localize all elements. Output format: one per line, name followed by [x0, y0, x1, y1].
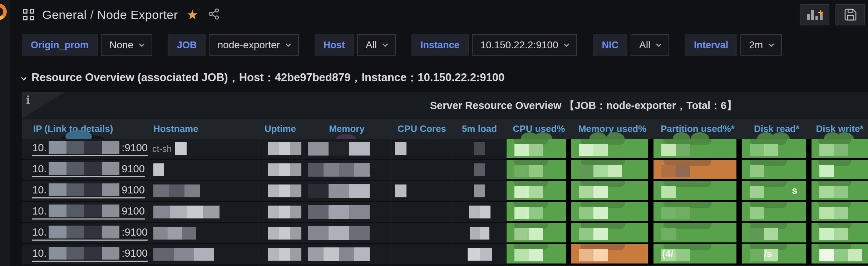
left-sidebar [0, 0, 10, 266]
breadcrumb-separator: / [90, 8, 93, 21]
filter-value-dropdown[interactable]: 10.150.22.2:9100 [472, 34, 577, 56]
cpu-cores-cell [391, 244, 452, 265]
filter-label[interactable]: Origin_prom [22, 34, 98, 56]
load-cell [452, 181, 507, 202]
partition-used-cell [654, 202, 742, 223]
uptime-cell [258, 244, 302, 265]
column-header-5m-load[interactable]: 5m load [452, 119, 507, 139]
uptime-cell [258, 181, 302, 202]
server-resource-overview-panel: i Server Resource Overview 【JOB：node-exp… [22, 92, 868, 266]
save-dashboard-button[interactable] [835, 4, 865, 25]
table-row: 10.9100s [22, 181, 868, 202]
column-header-cpu-cores[interactable]: CPU Cores [391, 119, 452, 139]
filter-value-dropdown[interactable]: 2m [740, 34, 782, 56]
filter-value-dropdown[interactable]: All [631, 34, 669, 56]
cpu-cores-cell [391, 202, 452, 223]
column-header-partition_used[interactable]: Partition used%* [654, 119, 742, 139]
hostname-cell [146, 223, 258, 244]
ip-cell: 10.9100 [22, 160, 146, 181]
filter-group-origin_prom: Origin_promNone [22, 34, 152, 56]
filter-value-dropdown[interactable]: All [357, 34, 396, 56]
column-header-disk_write[interactable]: Disk write* [812, 119, 868, 139]
table-body: 10.:9100ct-sh10.910010.9100s10.910010.:9… [22, 139, 868, 266]
column-header-disk_read[interactable]: Disk read* [742, 119, 812, 139]
chevron-down-icon [564, 41, 569, 47]
chevron-down-icon [769, 41, 774, 47]
table-row: 10.9100 [22, 160, 868, 181]
partition-used-cell [654, 223, 742, 244]
ip-detail-link[interactable]: 10.:9100 [32, 141, 148, 156]
column-header-memory_used[interactable]: Memory used% [571, 119, 654, 139]
filter-group-nic: NICAll [593, 34, 669, 56]
value-fragment: (4/ [662, 248, 674, 260]
uptime-cell [258, 160, 302, 181]
hostname-cell [146, 181, 258, 202]
row-section-title: Resource Overview (associated JOB)，Host：… [31, 70, 504, 85]
value-fragment: /s [764, 248, 772, 260]
uptime-cell [258, 139, 302, 160]
filter-group-job: JOBnode-exporter [168, 34, 299, 56]
filter-label[interactable]: Instance [411, 34, 469, 56]
breadcrumb-title[interactable]: Node Exporter [97, 8, 178, 22]
info-icon: i [26, 94, 30, 106]
filter-label[interactable]: Interval [685, 34, 737, 56]
disk-read-cell [742, 202, 812, 223]
memory-used-cell [571, 244, 654, 265]
column-header-ip-link-to-details-[interactable]: IP (Link to details) [22, 119, 146, 139]
disk-write-cell [812, 181, 868, 202]
hostname-cell [146, 160, 258, 181]
filter-group-host: HostAll [315, 34, 396, 56]
ip-cell: 10.9100 [22, 181, 146, 202]
ip-cell: 10.9100 [22, 202, 146, 223]
disk-write-cell [812, 202, 868, 223]
panel-title[interactable]: Server Resource Overview 【JOB：node-expor… [430, 92, 737, 119]
add-panel-button[interactable]: + [800, 4, 829, 25]
column-header-cpu_used[interactable]: CPU used% [507, 119, 571, 139]
dashboard-variables-bar: Origin_promNoneJOBnode-exporterHostAllIn… [22, 34, 782, 56]
save-icon [843, 8, 858, 22]
filter-value-dropdown[interactable]: node-exporter [209, 34, 299, 56]
disk-read-cell [742, 139, 812, 160]
uptime-cell [258, 223, 302, 244]
ip-detail-link[interactable]: 10.9100 [32, 205, 145, 220]
column-header-hostname[interactable]: Hostname [146, 119, 258, 139]
memory-used-cell [571, 223, 654, 244]
uptime-cell [258, 202, 302, 223]
table-row: 10.:9100 [22, 223, 868, 244]
ip-detail-link[interactable]: 10.9100 [32, 162, 145, 177]
load-cell [452, 202, 507, 223]
filter-label[interactable]: Host [315, 34, 354, 56]
column-header-memory[interactable]: Memory [302, 119, 391, 139]
filter-label[interactable]: NIC [593, 34, 627, 56]
cpu-used-cell [507, 181, 571, 202]
disk-write-cell [812, 139, 868, 160]
breadcrumb-section[interactable]: General [42, 8, 87, 22]
table-row: 10.:9100(4//s [22, 244, 868, 265]
memory-cell [302, 244, 391, 265]
hostname-cell [146, 244, 258, 265]
share-icon[interactable] [208, 8, 220, 21]
apps-grid-icon[interactable] [23, 9, 34, 20]
cpu-cores-cell [391, 223, 452, 244]
favorite-star-icon[interactable]: ★ [187, 7, 198, 23]
hostname-cell: ct-sh [146, 139, 258, 160]
cpu-used-cell [507, 244, 571, 265]
cpu-used-cell [507, 223, 571, 244]
memory-cell [302, 181, 391, 202]
ip-detail-link[interactable]: 10.:9100 [32, 226, 148, 241]
top-navigation: General / Node Exporter ★ + [10, 0, 868, 29]
disk-write-cell [812, 223, 868, 244]
table-row: 10.:9100ct-sh [22, 139, 868, 160]
disk-write-cell [812, 244, 868, 265]
chevron-down-icon [286, 41, 291, 47]
filter-value-dropdown[interactable]: None [101, 34, 152, 56]
ip-detail-link[interactable]: 10.9100 [32, 183, 145, 198]
table-row: 10.9100 [22, 202, 868, 223]
row-section-toggle[interactable]: Resource Overview (associated JOB)，Host：… [22, 69, 504, 87]
nav-actions: + [800, 4, 865, 25]
memory-used-cell [571, 139, 654, 160]
column-header-uptime[interactable]: Uptime [258, 119, 302, 139]
filter-label[interactable]: JOB [168, 34, 206, 56]
disk-read-cell: s [742, 181, 812, 202]
ip-detail-link[interactable]: 10.:9100 [32, 247, 148, 262]
